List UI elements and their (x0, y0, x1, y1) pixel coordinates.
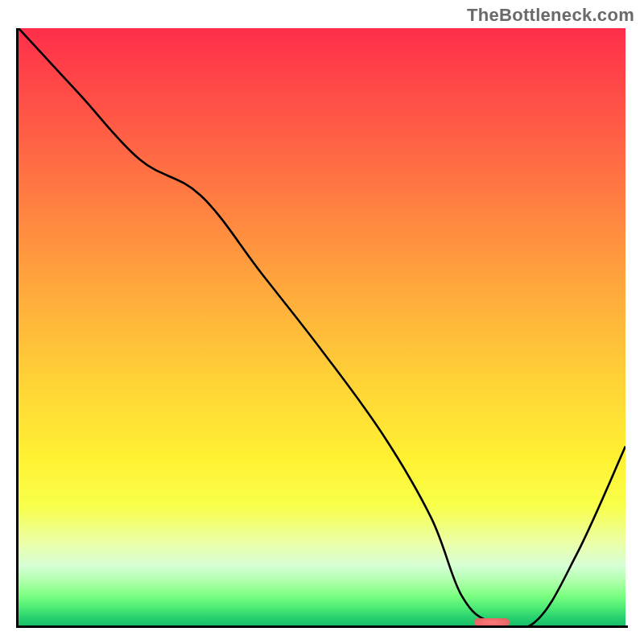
plot-area (16, 28, 628, 628)
chart-canvas: TheBottleneck.com (0, 0, 644, 644)
attribution-text: TheBottleneck.com (467, 5, 634, 26)
axes-frame (16, 28, 628, 628)
